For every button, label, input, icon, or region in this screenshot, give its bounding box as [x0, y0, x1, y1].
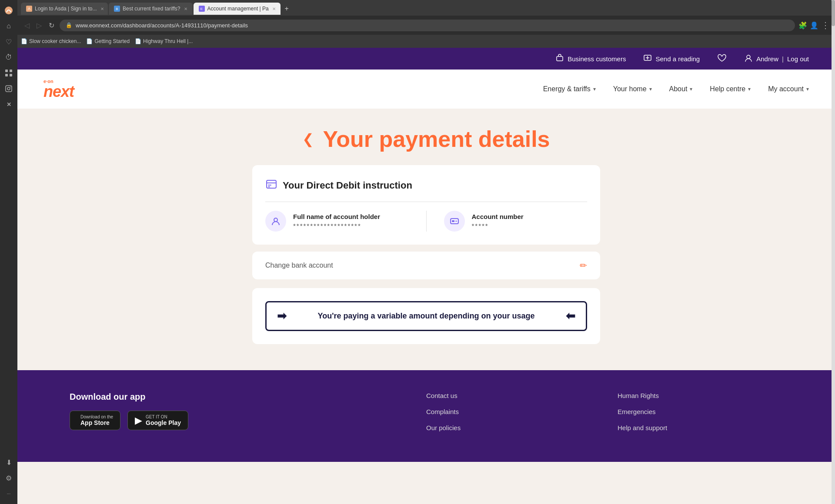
- sidebar-settings-icon[interactable]: ⚙: [2, 471, 16, 485]
- change-bank-row[interactable]: Change bank account ✏: [252, 252, 600, 279]
- tab-close-arc[interactable]: ✕: [100, 7, 104, 11]
- browser-tabs-bar: A Login to Asda | Sign in to... ✕ B Best…: [17, 0, 835, 16]
- svg-point-15: [274, 218, 277, 222]
- google-play-icon: ▶: [135, 415, 142, 426]
- direct-debit-icon: [265, 178, 277, 193]
- business-customers-link[interactable]: Business customers: [555, 53, 626, 64]
- card-divider-top: [265, 202, 587, 202]
- nav-energy-tariffs[interactable]: Energy & tariffs ▾: [543, 85, 596, 93]
- footer-emergencies-link[interactable]: Emergencies: [618, 408, 783, 415]
- eon-next-text: next: [43, 84, 74, 99]
- footer-contact-link[interactable]: Contact us: [426, 392, 591, 399]
- extensions-button[interactable]: 🧩: [798, 21, 807, 30]
- menu-button[interactable]: ⋮: [821, 20, 830, 30]
- svg-rect-13: [268, 185, 271, 186]
- nav-my-account[interactable]: My account ▾: [768, 85, 809, 93]
- business-customers-label: Business customers: [568, 55, 626, 63]
- footer-links-col2: Human Rights Emergencies Help and suppor…: [618, 392, 783, 440]
- sidebar-arc-icon[interactable]: [2, 3, 16, 17]
- eon-logo: e·on next: [43, 79, 74, 99]
- main-navigation: Energy & tariffs ▾ Your home ▾ About ▾ H…: [543, 85, 809, 93]
- user-icon: [744, 54, 753, 64]
- svg-rect-17: [452, 220, 454, 222]
- bookmark-slow-cooker[interactable]: 📄 Slow cooker chicken...: [21, 38, 81, 44]
- logout-label[interactable]: Log out: [787, 55, 809, 63]
- account-number-label: Account number: [472, 213, 524, 220]
- tab-close-best[interactable]: ✕: [184, 7, 187, 11]
- nav-help-label: Help centre: [710, 85, 745, 93]
- nav-about[interactable]: About ▾: [669, 85, 693, 93]
- tab-acct[interactable]: E Account management | Pa ✕: [194, 3, 281, 15]
- account-number-field: Account number *****: [444, 211, 588, 232]
- nav-help-centre[interactable]: Help centre ▾: [710, 85, 751, 93]
- sidebar-home-icon[interactable]: ⌂: [2, 19, 16, 33]
- user-name-label: Andrew: [756, 55, 778, 63]
- google-play-badge[interactable]: ▶ GET IT ON Google Play: [127, 411, 188, 430]
- footer-help-support-link[interactable]: Help and support: [618, 424, 783, 431]
- profile-button[interactable]: 👤: [810, 21, 818, 30]
- tab-favicon-best: B: [114, 6, 120, 12]
- nav-your-home[interactable]: Your home ▾: [613, 85, 652, 93]
- change-bank-label: Change bank account: [265, 262, 333, 269]
- bookmark-getting-started[interactable]: 📄 Getting Started: [86, 38, 130, 44]
- sidebar-download-icon[interactable]: ⬇: [2, 455, 16, 469]
- footer-app-section: Download our app Download on the App Sto…: [70, 392, 400, 440]
- account-number-icon: [444, 211, 465, 232]
- account-info-row: Full name of account holder ************…: [265, 211, 587, 232]
- scrollbar-thumb[interactable]: [832, 0, 835, 26]
- page-title: Your payment details: [323, 126, 550, 152]
- heart-link[interactable]: [717, 54, 727, 64]
- footer: Download our app Download on the App Sto…: [17, 370, 835, 462]
- account-holder-icon: [265, 211, 286, 232]
- tab-arc[interactable]: A Login to Asda | Sign in to... ✕: [21, 3, 108, 15]
- svg-rect-4: [10, 74, 12, 76]
- svg-point-10: [747, 55, 750, 59]
- send-reading-label: Send a reading: [655, 55, 700, 63]
- browser-action-buttons: 🧩 👤 ⋮: [798, 20, 830, 30]
- svg-rect-14: [268, 186, 270, 187]
- tab-best[interactable]: B Best current fixed tariffs? ✕: [109, 3, 193, 15]
- edit-pencil-icon[interactable]: ✏: [580, 260, 587, 271]
- bookmark-highway[interactable]: 📄 Highway Thru Hell |...: [135, 38, 193, 44]
- app-badges: Download on the App Store ▶ GET IT ON Go…: [70, 411, 400, 430]
- logo-area[interactable]: e·on next: [43, 79, 74, 99]
- browser-chrome: A Login to Asda | Sign in to... ✕ B Best…: [17, 0, 835, 48]
- send-reading-link[interactable]: Send a reading: [643, 53, 700, 64]
- sidebar-x-icon[interactable]: ✕: [2, 97, 16, 111]
- bookmark-icon-slow: 📄: [21, 38, 27, 44]
- address-bar-container: ◁ ▷ ↻ 🔒 www.eonnext.com/dashboard/accoun…: [17, 16, 835, 35]
- sidebar-more-icon[interactable]: ···: [2, 487, 16, 501]
- address-input-box[interactable]: 🔒 www.eonnext.com/dashboard/accounts/A-1…: [60, 20, 795, 31]
- app-store-small-text: Download on the: [80, 414, 113, 419]
- bookmarks-bar: 📄 Slow cooker chicken... 📄 Getting Start…: [17, 35, 835, 48]
- reload-button[interactable]: ↻: [47, 20, 56, 31]
- new-tab-button[interactable]: +: [281, 3, 292, 14]
- scrollbar[interactable]: [832, 0, 835, 504]
- nav-about-label: About: [669, 85, 688, 93]
- tab-close-acct[interactable]: ✕: [272, 7, 276, 11]
- back-button[interactable]: ❮: [302, 131, 314, 147]
- nav-about-chevron: ▾: [690, 86, 692, 92]
- user-link[interactable]: Andrew | Log out: [744, 54, 809, 64]
- svg-rect-3: [5, 74, 8, 76]
- tab-label-best: Best current fixed tariffs?: [123, 6, 180, 12]
- footer-human-rights-link[interactable]: Human Rights: [618, 392, 783, 399]
- back-nav-button[interactable]: ◁: [23, 20, 31, 31]
- sidebar-instagram-icon[interactable]: [2, 82, 16, 96]
- svg-rect-1: [5, 70, 8, 72]
- page-content: ❮ Your payment details Your Direct Debit…: [17, 109, 835, 370]
- variable-payment-text: You're paying a variable amount dependin…: [294, 312, 559, 321]
- tab-favicon-arc: A: [26, 6, 32, 12]
- page-header: ❮ Your payment details: [43, 126, 809, 152]
- svg-rect-2: [10, 70, 12, 72]
- app-store-badge[interactable]: Download on the App Store: [70, 411, 120, 430]
- footer-complaints-link[interactable]: Complaints: [426, 408, 591, 415]
- forward-nav-button[interactable]: ▷: [35, 20, 43, 31]
- app-store-large-text: App Store: [80, 419, 113, 426]
- nav-help-chevron: ▾: [748, 86, 751, 92]
- sidebar-heart-icon[interactable]: ♡: [2, 35, 16, 49]
- footer-policies-link[interactable]: Our policies: [426, 424, 591, 431]
- account-holder-value: ********************: [293, 222, 380, 229]
- sidebar-clock-icon[interactable]: ⏱: [2, 50, 16, 64]
- sidebar-apps-icon[interactable]: [2, 66, 16, 80]
